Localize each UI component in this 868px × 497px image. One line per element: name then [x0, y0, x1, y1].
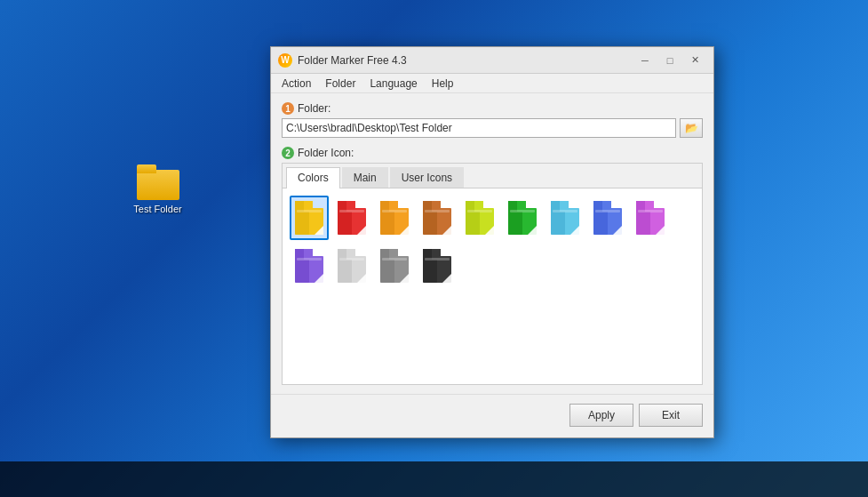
button-row: Apply Exit — [271, 394, 713, 437]
tab-user-icons[interactable]: User Icons — [390, 167, 464, 188]
desktop: Test Folder W Folder Marker Free 4.3 ─ □… — [0, 0, 868, 497]
icon-cell-blue[interactable] — [588, 196, 627, 240]
icon-cell-yellow[interactable] — [290, 196, 329, 240]
window-title: Folder Marker Free 4.3 — [298, 54, 407, 67]
tab-main[interactable]: Main — [342, 167, 388, 188]
icon-cell-black[interactable] — [418, 244, 457, 288]
exit-button[interactable]: Exit — [639, 404, 703, 427]
folder-path-input[interactable] — [282, 118, 676, 138]
tab-colors[interactable]: Colors — [286, 167, 340, 188]
icon-cell-light-blue[interactable] — [545, 196, 585, 240]
icon-cell-violet[interactable] — [290, 244, 329, 288]
browse-button[interactable]: 📂 — [680, 118, 703, 138]
svg-rect-53 — [638, 210, 663, 212]
icon-cell-orange[interactable] — [375, 196, 414, 240]
icon-tabs: Colors Main User Icons — [283, 164, 702, 188]
svg-rect-65 — [339, 258, 364, 261]
svg-rect-17 — [382, 210, 407, 212]
folder-icon-section-label: 2 Folder Icon: — [282, 147, 703, 159]
content-area: 1 Folder: 📂 2 Folder Icon: Colors Main U… — [271, 93, 713, 394]
folder-icon-section: Colors Main User Icons — [282, 163, 703, 385]
title-bar: W Folder Marker Free 4.3 ─ □ ✕ — [271, 47, 713, 74]
icon-cell-green[interactable] — [503, 196, 542, 240]
menu-help[interactable]: Help — [425, 76, 461, 92]
desktop-icon-label: Test Folder — [133, 204, 181, 214]
svg-rect-23 — [425, 210, 450, 212]
title-bar-left: W Folder Marker Free 4.3 — [278, 53, 407, 68]
menu-folder[interactable]: Folder — [318, 76, 362, 92]
svg-rect-59 — [297, 258, 322, 261]
icon-label-text: Folder Icon: — [298, 147, 354, 159]
apply-button[interactable]: Apply — [569, 404, 633, 427]
folder-label-text: Folder: — [298, 102, 330, 115]
icon-cell-brown[interactable] — [418, 196, 457, 240]
app-window: W Folder Marker Free 4.3 ─ □ ✕ Action Fo… — [270, 46, 714, 438]
minimize-button[interactable]: ─ — [633, 52, 657, 68]
menu-action[interactable]: Action — [275, 76, 318, 92]
icon-cell-red[interactable] — [332, 196, 371, 240]
folder-path-row: 📂 — [282, 118, 703, 138]
folder-visual — [137, 164, 179, 200]
icon-cell-purple[interactable] — [631, 196, 670, 240]
close-button[interactable]: ✕ — [683, 52, 706, 68]
title-bar-controls: ─ □ ✕ — [633, 52, 706, 68]
app-logo-icon: W — [278, 53, 292, 68]
svg-rect-29 — [467, 210, 492, 212]
icon-step-num: 2 — [282, 147, 294, 159]
menu-language[interactable]: Language — [362, 76, 424, 92]
maximize-button[interactable]: □ — [658, 52, 681, 68]
taskbar — [0, 461, 868, 497]
svg-rect-47 — [595, 210, 620, 212]
desktop-folder-icon[interactable]: Test Folder — [124, 164, 191, 214]
svg-rect-5 — [297, 210, 322, 212]
svg-rect-11 — [339, 210, 364, 212]
menu-bar: Action Folder Language Help — [271, 74, 713, 93]
icon-cell-gray[interactable] — [375, 244, 414, 288]
svg-rect-35 — [510, 210, 535, 212]
icon-grid — [283, 188, 702, 384]
svg-rect-71 — [382, 258, 407, 261]
svg-rect-77 — [425, 258, 450, 261]
folder-section-label: 1 Folder: — [282, 102, 703, 115]
svg-rect-41 — [553, 210, 577, 212]
icon-cell-light-gray[interactable] — [332, 244, 371, 288]
folder-step-num: 1 — [282, 102, 294, 115]
icon-cell-lime[interactable] — [460, 196, 499, 240]
